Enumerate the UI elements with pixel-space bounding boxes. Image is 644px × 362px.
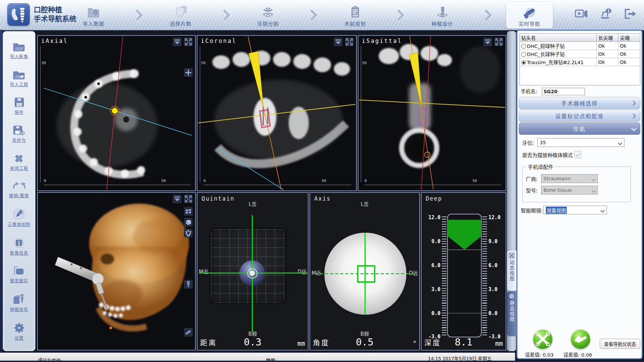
sidebar-item-label: 保存 — [15, 109, 24, 115]
horizontal-ruler — [204, 185, 351, 185]
depth-tick-label: 12.0 — [424, 214, 440, 221]
drill-table: 钻头名 长尖端 尖端 DHC_短球种子钻 Ok Ok DHC_长球种子钻 Ok … — [519, 33, 640, 85]
direction-label-mesial: M近 — [312, 269, 321, 276]
step-preop-planning[interactable]: 术前规划 — [332, 2, 378, 28]
workflow-steps: 导入数据 选择片数 牙颌分割 — [70, 1, 553, 29]
sidebar-item-import-image[interactable]: 导入影像 — [10, 41, 28, 59]
window-level-icon — [12, 265, 25, 276]
coronal-ct-image[interactable] — [197, 36, 356, 190]
drill-row[interactable]: DHC_短球种子钻 Ok Ok — [520, 42, 640, 50]
fullscreen-icon[interactable] — [184, 37, 193, 46]
sidebar-item-label: 撤销/重做 — [9, 192, 29, 199]
metric-value: 0.5 — [310, 336, 419, 348]
add-point-icon[interactable] — [184, 68, 193, 77]
drill-row[interactable]: DHC_长球种子钻 Ok Ok — [520, 50, 640, 58]
instrument-select-button[interactable]: 手术器械选择 — [519, 97, 640, 109]
save-icon — [14, 97, 25, 108]
sidebar-item-label: 设置 — [15, 335, 24, 341]
close-project-icon — [13, 153, 25, 164]
handpiece-name-input[interactable] — [542, 88, 585, 95]
sidebar-item-save-as[interactable]: 另存为 — [12, 125, 26, 143]
depth-tick-label: 0.0 — [424, 310, 440, 316]
sidebar-item-window-level[interactable]: 窗宽窗位 — [10, 265, 28, 284]
vendor-label: 厂商: — [526, 175, 538, 182]
sidebar-item-label: 导入影像 — [10, 53, 28, 59]
volume-render-icon — [13, 208, 25, 220]
axis-target-square — [357, 265, 375, 283]
fullscreen-icon[interactable] — [494, 37, 503, 46]
sidebar-item-undo-redo[interactable]: 撤销/重做 — [9, 181, 29, 199]
select-value: 测量视图 — [546, 207, 567, 214]
viewport-menu-icon[interactable] — [173, 37, 182, 46]
placement-mode-checkbox[interactable] — [574, 151, 582, 158]
sidebar-item-label: 导入工程 — [10, 81, 28, 87]
probe-pen-icon[interactable] — [184, 328, 193, 337]
viewport-menu-icon[interactable] — [483, 37, 492, 46]
axial-ct-image[interactable] — [38, 36, 195, 190]
sidebar-item-import-project[interactable]: 导入工程 — [10, 69, 28, 87]
navigator-status-button[interactable]: 查看导航仪状态 — [600, 339, 640, 349]
vendor-select[interactable]: Straumann — [541, 174, 598, 183]
drill-col-long-tip: 长尖端 — [597, 34, 618, 42]
step-separator-icon — [480, 9, 492, 21]
marker-registration-button[interactable]: 设置标记点和配准 — [519, 110, 640, 122]
sidebar-item-image-info[interactable]: 影像信息 — [10, 237, 28, 256]
drill-radio-selected[interactable] — [521, 60, 526, 65]
navigation-section-header[interactable]: 导航 — [519, 123, 640, 135]
handpiece-calibration-status[interactable] — [571, 329, 590, 349]
video-record-icon[interactable] — [574, 7, 589, 20]
chevron-down-icon — [591, 177, 596, 181]
horizontal-ruler — [365, 185, 501, 185]
metric-unit: mm — [297, 340, 305, 347]
step-separator-icon — [393, 9, 404, 21]
step-jaw-segmentation[interactable]: 牙颌分割 — [245, 2, 291, 28]
sagittal-ct-image[interactable] — [358, 36, 506, 190]
exit-icon[interactable] — [623, 7, 637, 20]
cube-icon[interactable] — [184, 218, 193, 227]
step-import-data[interactable]: 导入数据 — [70, 2, 117, 28]
implant-icon[interactable] — [184, 280, 193, 289]
image-info-icon — [13, 237, 25, 249]
tooth-position-select[interactable]: 35 — [537, 138, 624, 147]
model-select[interactable]: Bone tissue — [541, 186, 598, 195]
sidebar-item-implant-library[interactable]: 种植体库 — [10, 293, 28, 312]
quintain-target-dot — [249, 270, 255, 276]
tab-static-view[interactable]: 静态视图 — [507, 291, 516, 336]
step-implant-design[interactable]: 种植设计 — [419, 2, 466, 28]
error-value-2: 误差值: 0.06 — [563, 351, 592, 358]
depth-tick-label: 6.0 — [488, 262, 505, 268]
chevron-right-icon — [631, 113, 636, 119]
depth-tick-label: 9.0 — [488, 238, 505, 244]
layout-tiles-icon[interactable] — [184, 207, 193, 216]
fullscreen-icon[interactable] — [345, 37, 354, 46]
tool-calibration-status[interactable] — [533, 329, 553, 349]
depth-tick-label: 6.0 — [424, 262, 440, 268]
viewport-menu-icon[interactable] — [334, 37, 343, 46]
step-select-slices[interactable]: 选择片数 — [157, 2, 204, 28]
implant-library-icon — [12, 293, 25, 305]
smart-glasses-select[interactable]: 测量视图 — [543, 206, 607, 214]
step-label: 术前规划 — [344, 20, 366, 27]
drill-row[interactable]: Trausim_先锋钻Φ2.2L41 Ok Ok — [520, 58, 640, 66]
tooth-position-label: 牙位: — [522, 139, 534, 146]
system-info-icon[interactable] — [599, 7, 613, 20]
drill-radio[interactable] — [521, 52, 526, 57]
tab-label: 静态视图 — [508, 301, 515, 322]
sidebar-item-volume-render[interactable]: 三维体绘制 — [8, 208, 31, 227]
chevron-down-icon — [631, 126, 637, 131]
viewport-menu-icon[interactable] — [173, 195, 182, 203]
select-value: Bone tissue — [543, 187, 572, 193]
sidebar-item-settings[interactable]: 设置 — [13, 322, 25, 341]
ruler-label: 50 — [201, 61, 206, 65]
volume-3d-render[interactable] — [38, 193, 195, 350]
viewport-coronal: iCoronal — [197, 35, 357, 191]
step-realtime-navigation[interactable]: 实时导航 — [506, 2, 553, 28]
jaw-arch-icon[interactable] — [184, 229, 193, 237]
sidebar-item-label: 另存为 — [12, 137, 26, 143]
tab-dynamic-view[interactable]: 动态视图 — [507, 251, 516, 290]
fullscreen-icon[interactable] — [184, 195, 193, 203]
sidebar-item-label: 三维体绘制 — [8, 221, 31, 227]
sidebar-item-close-project[interactable]: 关闭工程 — [10, 153, 28, 171]
sidebar-item-save[interactable]: 保存 — [14, 97, 25, 115]
drill-radio[interactable] — [521, 44, 526, 49]
